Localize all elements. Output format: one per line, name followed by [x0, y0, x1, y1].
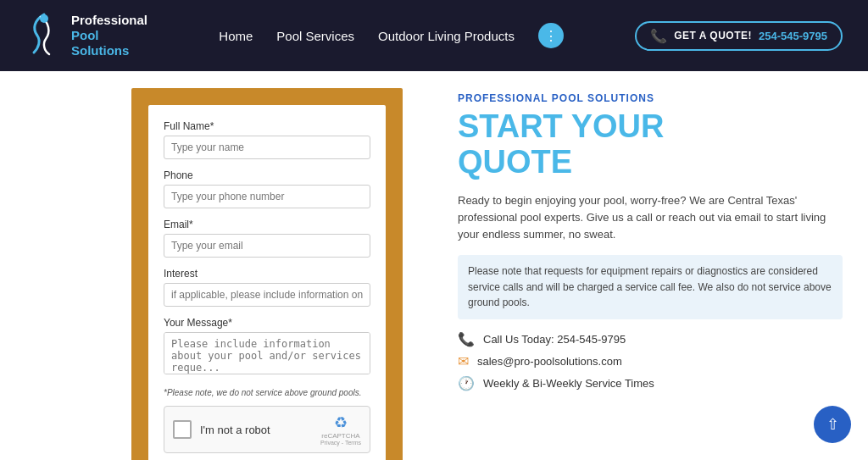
- quote-title-line2: QUOTE: [458, 145, 843, 180]
- logo-line2: Pool: [71, 28, 147, 43]
- recaptcha-logo: ♻: [334, 413, 348, 432]
- scroll-up-button[interactable]: ⇧: [814, 406, 851, 443]
- message-textarea[interactable]: [164, 332, 370, 374]
- full-name-input[interactable]: [164, 136, 370, 159]
- company-label: PROFESSIONAL POOL SOLUTIONS: [458, 92, 843, 104]
- interest-label: Interest: [164, 268, 370, 280]
- header-right: 📞 GET A QUOTE! 254-545-9795: [635, 21, 843, 51]
- contact-email-label: sales@pro-poolsolutions.com: [477, 355, 622, 368]
- nav-pool-services[interactable]: Pool Services: [276, 29, 354, 43]
- logo-line1: Professional: [71, 13, 147, 28]
- get-quote-button[interactable]: 📞 GET A QUOTE! 254-545-9795: [635, 21, 843, 51]
- recaptcha-brand: reCAPTCHA: [321, 432, 359, 440]
- form-section: Full Name* Phone Email* Interest Your Me: [0, 71, 441, 460]
- contact-schedule-item: 🕐 Weekly & Bi-Weekly Service Times: [458, 375, 843, 391]
- logo-text: Professional Pool Solutions: [71, 13, 147, 58]
- nav-more-button[interactable]: ⋮: [538, 23, 564, 48]
- captcha-box: I'm not a robot ♻ reCAPTCHA Privacy - Te…: [164, 406, 370, 453]
- phone-input[interactable]: [164, 185, 370, 208]
- contact-phone-item: 📞 Call Us Today: 254-545-9795: [458, 331, 843, 347]
- info-section: PROFESSIONAL POOL SOLUTIONS START YOUR Q…: [441, 71, 868, 460]
- get-quote-phone: 254-545-9795: [759, 30, 827, 42]
- message-label: Your Message*: [164, 317, 370, 329]
- logo-line3: Solutions: [71, 43, 147, 58]
- nav-outdoor-living[interactable]: Outdoor Living Products: [378, 29, 515, 43]
- phone-group: Phone: [164, 169, 370, 208]
- clock-contact-icon: 🕐: [458, 375, 475, 391]
- phone-label: Phone: [164, 169, 370, 181]
- main-content: Full Name* Phone Email* Interest Your Me: [0, 71, 868, 460]
- get-quote-label: GET A QUOTE!: [674, 30, 752, 42]
- interest-input[interactable]: [164, 283, 370, 307]
- highlight-text: Please note that requests for equipment …: [468, 265, 832, 308]
- nav: Home Pool Services Outdoor Living Produc…: [219, 23, 564, 48]
- full-name-group: Full Name*: [164, 120, 370, 159]
- logo: Professional Pool Solutions: [25, 10, 147, 61]
- form-card: Full Name* Phone Email* Interest Your Me: [131, 88, 403, 460]
- contact-schedule-label: Weekly & Bi-Weekly Service Times: [483, 377, 654, 390]
- nav-home[interactable]: Home: [219, 29, 253, 43]
- full-name-label: Full Name*: [164, 120, 370, 132]
- email-input[interactable]: [164, 234, 370, 258]
- captcha-label: I'm not a robot: [200, 424, 270, 436]
- logo-icon: [25, 10, 63, 61]
- captcha-checkbox[interactable]: [173, 420, 192, 439]
- email-group: Email*: [164, 219, 370, 258]
- email-label: Email*: [164, 219, 370, 230]
- recaptcha-links: Privacy - Terms: [320, 440, 361, 446]
- message-group: Your Message*: [164, 317, 370, 378]
- form-inner: Full Name* Phone Email* Interest Your Me: [148, 105, 386, 460]
- phone-icon: 📞: [650, 28, 667, 44]
- interest-group: Interest: [164, 268, 370, 307]
- phone-contact-icon: 📞: [458, 331, 475, 347]
- highlight-box: Please note that requests for equipment …: [458, 255, 843, 319]
- contact-phone-label: Call Us Today: 254-545-9795: [483, 333, 626, 346]
- svg-point-0: [40, 14, 48, 23]
- captcha-right: ♻ reCAPTCHA Privacy - Terms: [320, 413, 361, 446]
- contact-email-item: ✉ sales@pro-poolsolutions.com: [458, 353, 843, 369]
- description: Ready to begin enjoying your pool, worry…: [458, 192, 843, 243]
- quote-title-line1: START YOUR: [458, 109, 843, 145]
- captcha-left: I'm not a robot: [173, 420, 270, 439]
- email-contact-icon: ✉: [458, 353, 469, 369]
- contact-items: 📞 Call Us Today: 254-545-9795 ✉ sales@pr…: [458, 331, 843, 391]
- header: Professional Pool Solutions Home Pool Se…: [0, 0, 868, 71]
- quote-title: START YOUR QUOTE: [458, 109, 843, 180]
- form-note: *Please note, we do not service above gr…: [164, 388, 370, 397]
